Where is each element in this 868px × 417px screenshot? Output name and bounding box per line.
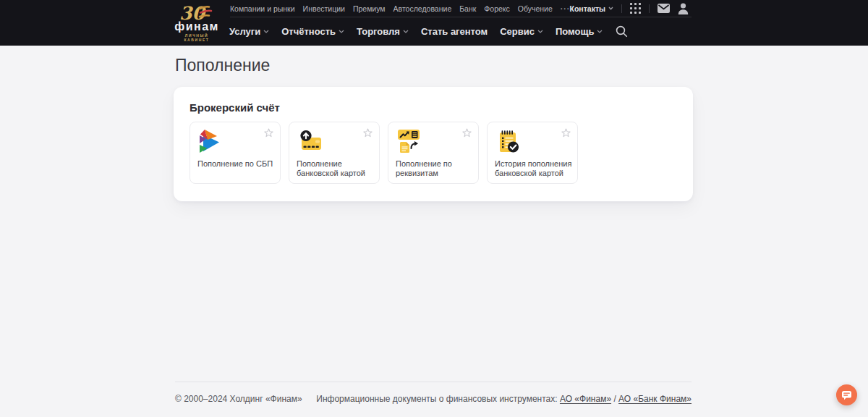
footer-link-separator: / <box>613 394 616 404</box>
chevron-down-icon <box>263 30 269 33</box>
footer-link-bank-finam[interactable]: АО «Банк Финам» <box>618 394 692 404</box>
tile-deposit-sbp[interactable]: Пополнение по СБП <box>190 122 281 184</box>
nav-label: Помощь <box>556 26 594 37</box>
card-deposit-icon <box>297 128 324 156</box>
sbp-logo-icon <box>197 128 225 156</box>
tile-label: Пополнение по СБП <box>197 159 275 169</box>
star-favorite-icon[interactable] <box>462 128 472 138</box>
brand-tagline: ЛИЧНЫЙ КАБИНЕТ <box>172 33 221 42</box>
nav-item-help[interactable]: Помощь <box>556 26 603 37</box>
footer-divider <box>175 382 692 382</box>
brand-name: финам <box>172 21 221 32</box>
tile-deposit-bank-card[interactable]: Пополнение банковской картой <box>289 122 380 184</box>
chevron-down-icon <box>537 30 543 33</box>
nav-item-services[interactable]: Услуги <box>229 26 269 37</box>
nav-item-reports[interactable]: Отчётность <box>281 26 344 37</box>
footer-info-text: Информационные документы о финансовых ин… <box>316 394 557 404</box>
header: 30 финам ЛИЧНЫЙ КАБИНЕТ Компании и рынки… <box>0 0 868 46</box>
topbar-item-investments[interactable]: Инвестиции <box>303 4 345 13</box>
nav-label: Торговля <box>357 26 400 37</box>
footer-copyright: © 2000–2024 Холдинг «Финам» <box>175 394 302 404</box>
header-separator <box>649 4 650 13</box>
chevron-down-icon <box>608 7 613 10</box>
mail-icon[interactable] <box>658 4 670 13</box>
topbar-more-button[interactable]: ··· <box>561 4 571 13</box>
top-utility-bar: Компании и рынки Инвестиции Премиум Авто… <box>230 0 570 17</box>
chat-bubble-icon <box>841 390 852 400</box>
finam-logo[interactable]: 30 финам ЛИЧНЫЙ КАБИНЕТ <box>172 4 221 43</box>
requisites-deposit-icon <box>396 128 423 156</box>
chevron-down-icon <box>403 30 409 33</box>
contacts-menu[interactable]: Контакты <box>569 4 613 13</box>
chevron-down-icon <box>597 30 603 33</box>
footer-info: Информационные документы о финансовых ин… <box>316 394 692 404</box>
search-icon[interactable] <box>616 25 628 38</box>
nav-item-trading[interactable]: Торговля <box>357 26 409 37</box>
topbar-item-education[interactable]: Обучение <box>518 4 553 13</box>
topbar-item-forex[interactable]: Форекс <box>484 4 509 13</box>
nav-item-become-agent[interactable]: Стать агентом <box>421 26 488 37</box>
broker-account-card: Брокерский счёт Пополнение по СБП <box>174 87 693 201</box>
deposit-tiles: Пополнение по СБП <box>190 122 578 184</box>
nav-label: Услуги <box>229 26 260 37</box>
nav-item-service[interactable]: Сервис <box>500 26 543 37</box>
nav-label: Стать агентом <box>421 26 488 37</box>
chevron-down-icon <box>339 30 344 33</box>
star-favorite-icon[interactable] <box>363 128 373 138</box>
user-profile-icon[interactable] <box>678 3 689 14</box>
nav-label: Отчётность <box>281 26 336 37</box>
topbar-item-autofollow[interactable]: Автоследование <box>393 4 452 13</box>
tile-label: Пополнение по реквизитам <box>396 159 473 179</box>
section-title: Брокерский счёт <box>190 101 280 114</box>
main-nav: Услуги Отчётность Торговля Стать агентом… <box>229 22 628 40</box>
apps-grid-icon[interactable] <box>630 3 641 14</box>
tile-label: Пополнение банковской картой <box>297 159 374 179</box>
topbar-item-bank[interactable]: Банк <box>459 4 476 13</box>
header-right-utilities: Контакты <box>569 0 689 17</box>
tile-deposit-requisites[interactable]: Пополнение по реквизитам <box>388 122 479 184</box>
topbar-divider <box>230 17 692 17</box>
footer-link-finam[interactable]: АО «Финам» <box>560 394 611 404</box>
star-favorite-icon[interactable] <box>561 128 571 138</box>
star-favorite-icon[interactable] <box>264 128 273 138</box>
header-separator <box>621 4 622 13</box>
nav-label: Сервис <box>500 26 535 37</box>
contacts-label: Контакты <box>569 4 605 13</box>
tile-deposit-history[interactable]: История пополнения банковской картой <box>487 122 578 184</box>
topbar-item-premium[interactable]: Премиум <box>353 4 386 13</box>
page-title: Пополнение <box>175 56 270 75</box>
topbar-item-companies[interactable]: Компании и рынки <box>230 4 295 13</box>
tile-label: История пополнения банковской картой <box>495 159 572 179</box>
chat-button[interactable] <box>836 384 857 405</box>
deposit-history-icon <box>495 128 522 156</box>
